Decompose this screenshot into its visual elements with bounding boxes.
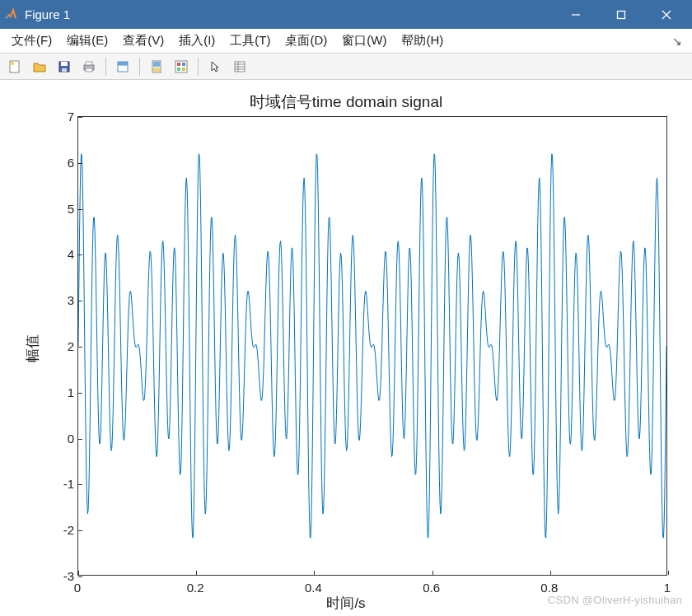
- figure-canvas: 时域信号time domain signal 幅值 时间/s -3-2-1012…: [0, 80, 692, 616]
- toolbar-separator: [139, 58, 140, 76]
- menu-desktop[interactable]: 桌面(D): [278, 30, 334, 52]
- x-tick-label: 0: [74, 581, 81, 595]
- maximize-button[interactable]: [598, 0, 643, 29]
- y-tick-label: -2: [49, 523, 74, 537]
- menu-window[interactable]: 窗口(W): [335, 30, 393, 52]
- svg-rect-22: [182, 68, 185, 71]
- chart: 时域信号time domain signal 幅值 时间/s -3-2-1012…: [0, 80, 692, 616]
- close-button[interactable]: [643, 0, 689, 29]
- menu-file[interactable]: 文件(F): [5, 30, 58, 52]
- y-tick-label: -3: [49, 569, 74, 583]
- y-tick-label: 0: [49, 431, 74, 445]
- menubar: 文件(F) 编辑(E) 查看(V) 插入(I) 工具(T) 桌面(D) 窗口(W…: [0, 29, 692, 54]
- y-tick-label: 3: [49, 293, 74, 307]
- svg-point-5: [11, 61, 14, 64]
- x-tick-label: 1: [664, 581, 671, 595]
- pointer-button[interactable]: [203, 56, 227, 77]
- svg-rect-17: [153, 68, 160, 72]
- menu-help[interactable]: 帮助(H): [395, 30, 450, 52]
- y-axis-label: 幅值: [23, 334, 42, 362]
- open-button[interactable]: [28, 56, 51, 77]
- y-tick-label: -1: [49, 477, 74, 491]
- svg-rect-19: [177, 63, 180, 66]
- edit-plot-button[interactable]: [111, 56, 134, 77]
- svg-rect-14: [118, 62, 128, 65]
- data-tips-button[interactable]: [228, 56, 251, 77]
- svg-rect-16: [153, 62, 160, 67]
- save-button[interactable]: [53, 56, 76, 77]
- svg-rect-7: [61, 62, 68, 66]
- svg-rect-10: [86, 62, 92, 65]
- minimize-button[interactable]: [553, 0, 598, 29]
- svg-rect-8: [62, 68, 67, 72]
- y-ticks: -3-2-101234567: [49, 116, 74, 576]
- svg-rect-21: [177, 68, 180, 71]
- titlebar: Figure 1: [0, 0, 692, 29]
- y-tick-label: 5: [49, 201, 74, 215]
- window-title: Figure 1: [25, 7, 553, 21]
- svg-rect-11: [86, 68, 92, 72]
- insert-colorbar-button[interactable]: [170, 56, 193, 77]
- link-plot-button[interactable]: [145, 56, 168, 77]
- watermark-text: CSDN @OliverH-yishuihan: [548, 594, 682, 606]
- toolbar: [0, 54, 692, 80]
- y-tick-label: 2: [49, 339, 74, 353]
- axes-box[interactable]: [77, 116, 667, 576]
- x-tick-label: 0.6: [423, 581, 440, 595]
- x-tick-label: 0.8: [540, 581, 558, 595]
- x-tick-label: 0.2: [187, 581, 204, 595]
- new-figure-button[interactable]: [3, 56, 26, 77]
- toolbar-separator: [198, 58, 199, 76]
- menu-view[interactable]: 查看(V): [116, 30, 171, 52]
- toolbar-separator: [105, 58, 106, 76]
- chart-title: 时域信号time domain signal: [0, 91, 692, 113]
- menu-insert[interactable]: 插入(I): [172, 30, 222, 52]
- print-button[interactable]: [77, 56, 101, 77]
- menu-edit[interactable]: 编辑(E): [60, 30, 115, 52]
- y-tick-label: 1: [49, 385, 74, 399]
- svg-rect-1: [617, 11, 624, 18]
- y-tick-label: 6: [49, 155, 74, 169]
- svg-rect-20: [182, 63, 185, 66]
- signal-line: [78, 117, 666, 575]
- dock-grip-icon[interactable]: ↘: [667, 35, 687, 48]
- x-tick-label: 0.4: [305, 581, 322, 595]
- matlab-icon: [3, 7, 20, 23]
- menu-tools[interactable]: 工具(T): [223, 30, 277, 52]
- y-tick-label: 4: [49, 247, 74, 261]
- y-tick-label: 7: [49, 110, 74, 124]
